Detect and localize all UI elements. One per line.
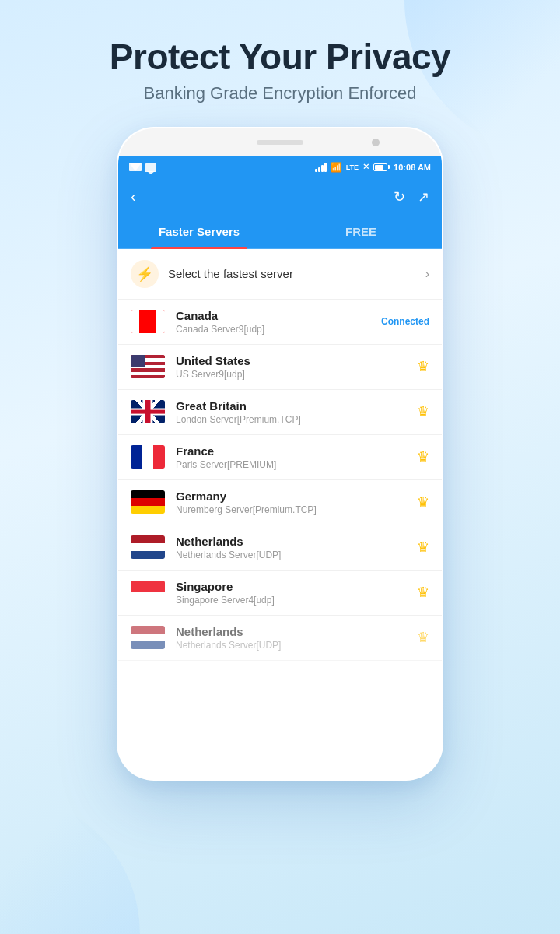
- battery-tip: [388, 165, 390, 169]
- server-row-netherlands[interactable]: Netherlands Netherlands Server[UDP] ♛: [118, 525, 442, 571]
- server-row-france[interactable]: France Paris Server[PREMIUM] ♛: [118, 435, 442, 480]
- germany-name: Germany: [176, 490, 417, 503]
- premium-crown-france: ♛: [417, 448, 429, 465]
- status-right-icons: 📶 LTE ⨯ 10:08 AM: [315, 162, 431, 173]
- singapore-red: [131, 581, 165, 592]
- partial-server-info: Netherlands Netherlands Server[UDP]: [176, 625, 417, 651]
- netherlands-partial-red: [131, 626, 165, 634]
- germany-server-detail: Nuremberg Server[Premium.TCP]: [176, 504, 417, 515]
- auto-select-label: Select the fastest server: [168, 267, 425, 280]
- france-server-info: France Paris Server[PREMIUM]: [176, 444, 417, 470]
- us-server-detail: US Server9[udp]: [176, 369, 417, 380]
- battery-body: [373, 163, 387, 171]
- status-left-icons: [129, 163, 156, 172]
- france-server-detail: Paris Server[PREMIUM]: [176, 459, 417, 470]
- premium-crown-gb: ♛: [417, 403, 429, 420]
- flag-us: [131, 355, 165, 378]
- nav-bar: ‹ ↻ ↗: [118, 178, 442, 216]
- singapore-server-info: Singapore Singapore Server4[udp]: [176, 580, 417, 606]
- phone-mockup: 📶 LTE ⨯ 10:08 AM ‹ ↻ ↗: [117, 127, 443, 781]
- us-name: United States: [176, 354, 417, 367]
- france-red: [153, 445, 165, 469]
- nav-actions: ↻ ↗: [394, 188, 429, 205]
- auto-select-row[interactable]: ⚡ Select the fastest server ›: [118, 249, 442, 300]
- server-row-singapore[interactable]: Singapore Singapore Server4[udp] ♛: [118, 571, 442, 616]
- server-row-us[interactable]: United States US Server9[udp] ♛: [118, 345, 442, 390]
- canada-server-detail: Canada Server9[udp]: [176, 324, 381, 335]
- page-subtitle: Banking Grade Encryption Enforced: [0, 83, 560, 104]
- signal-icon: [315, 163, 327, 172]
- gb-server-detail: London Server[Premium.TCP]: [176, 414, 417, 425]
- netherlands-partial-white: [131, 634, 165, 641]
- netherlands-red: [131, 535, 165, 543]
- bluetooth-icon: ⨯: [362, 162, 369, 172]
- server-list: ⚡ Select the fastest server › ⚭ Canada C…: [118, 249, 442, 661]
- phone-top-bar: [118, 128, 442, 156]
- battery-fill: [375, 165, 383, 170]
- page-title: Protect Your Privacy: [0, 37, 560, 77]
- singapore-name: Singapore: [176, 580, 417, 593]
- gb-server-info: Great Britain London Server[Premium.TCP]: [176, 399, 417, 425]
- flag-netherlands-partial: [131, 626, 165, 649]
- netherlands-server-info: Netherlands Netherlands Server[UDP]: [176, 535, 417, 560]
- singapore-white: [131, 592, 165, 604]
- maple-leaf-icon: ⚭: [143, 314, 153, 329]
- canada-name: Canada: [176, 309, 381, 322]
- netherlands-server-detail: Netherlands Server[UDP]: [176, 550, 417, 560]
- header-section: Protect Your Privacy Banking Grade Encry…: [0, 0, 560, 127]
- server-row-canada[interactable]: ⚭ Canada Canada Server9[udp] Connected: [118, 300, 442, 345]
- partial-server-detail: Netherlands Server[UDP]: [176, 640, 417, 651]
- server-row-gb[interactable]: Great Britain London Server[Premium.TCP]…: [118, 390, 442, 435]
- tabs-bar: Faster Servers FREE: [118, 216, 442, 249]
- flag-germany: [131, 490, 165, 514]
- tab-faster-servers[interactable]: Faster Servers: [118, 216, 280, 248]
- phone-camera: [372, 139, 380, 146]
- tab-free[interactable]: FREE: [280, 216, 442, 248]
- phone-speaker: [257, 140, 303, 145]
- connected-badge: Connected: [381, 316, 429, 327]
- us-canton: [131, 355, 145, 367]
- gb-name: Great Britain: [176, 399, 417, 413]
- notification-icon: [145, 163, 156, 172]
- premium-crown-partial: ♛: [417, 629, 429, 646]
- canada-server-info: Canada Canada Server9[udp]: [176, 309, 381, 335]
- lightning-icon-container: ⚡: [131, 260, 159, 288]
- flag-gb: [131, 400, 165, 423]
- france-name: France: [176, 444, 417, 458]
- partial-name: Netherlands: [176, 625, 417, 638]
- singapore-server-detail: Singapore Server4[udp]: [176, 595, 417, 606]
- signal-bar-1: [315, 169, 317, 172]
- status-time: 10:08 AM: [394, 163, 431, 172]
- premium-crown-netherlands: ♛: [417, 539, 429, 556]
- netherlands-partial-blue: [131, 641, 165, 649]
- germany-server-info: Germany Nuremberg Server[Premium.TCP]: [176, 490, 417, 515]
- share-button[interactable]: ↗: [418, 188, 429, 205]
- gb-cross-v-red: [145, 400, 150, 423]
- phone-wrapper: 📶 LTE ⨯ 10:08 AM ‹ ↻ ↗: [0, 127, 560, 781]
- us-server-info: United States US Server9[udp]: [176, 354, 417, 380]
- flag-france: [131, 445, 165, 469]
- flag-canada: ⚭: [131, 310, 165, 333]
- premium-crown-singapore: ♛: [417, 584, 429, 601]
- france-blue: [131, 445, 142, 469]
- auto-select-chevron: ›: [425, 267, 429, 281]
- lightning-icon: ⚡: [136, 265, 153, 283]
- netherlands-white: [131, 543, 165, 551]
- germany-red: [131, 498, 165, 506]
- status-bar: 📶 LTE ⨯ 10:08 AM: [118, 156, 442, 178]
- flag-singapore: [131, 581, 165, 604]
- refresh-button[interactable]: ↻: [394, 188, 405, 205]
- signal-bar-3: [321, 165, 324, 172]
- back-button[interactable]: ‹: [131, 188, 136, 205]
- germany-black: [131, 490, 165, 498]
- signal-bar-2: [318, 167, 320, 172]
- germany-gold: [131, 506, 165, 514]
- us-stripe-7: [131, 375, 165, 378]
- premium-crown-us: ♛: [417, 358, 429, 375]
- premium-crown-germany: ♛: [417, 493, 429, 511]
- server-row-germany[interactable]: Germany Nuremberg Server[Premium.TCP] ♛: [118, 480, 442, 525]
- server-row-partial[interactable]: Netherlands Netherlands Server[UDP] ♛: [118, 616, 442, 661]
- netherlands-blue: [131, 551, 165, 559]
- battery-icon: [373, 163, 390, 171]
- flag-netherlands: [131, 535, 165, 559]
